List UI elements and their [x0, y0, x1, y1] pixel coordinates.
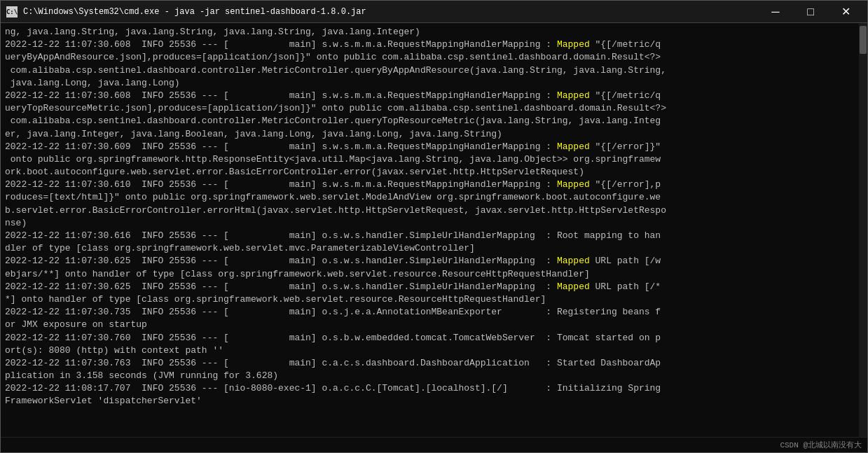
log-line: 2022-12-22 11:07:30.625 INFO 25536 --- [… — [5, 281, 863, 293]
title-bar: C:\ C:\Windows\System32\cmd.exe - java -… — [1, 1, 867, 23]
log-line: er, java.lang.Integer, java.lang.Boolean… — [5, 128, 863, 141]
console-area: ng, java.lang.String, java.lang.String, … — [1, 23, 867, 437]
minimize-button[interactable]: ─ — [759, 2, 792, 22]
log-line: dler of type [class org.springframework.… — [5, 242, 863, 255]
cmd-icon: C:\ — [6, 6, 18, 18]
log-line: 2022-12-22 11:07:30.760 INFO 25536 --- [… — [5, 332, 863, 344]
log-line: onto public org.springframework.http.Res… — [5, 153, 863, 166]
log-line: com.alibaba.csp.sentinel.dashboard.contr… — [5, 115, 863, 127]
close-button[interactable]: ✕ — [829, 2, 862, 22]
window-title: C:\Windows\System32\cmd.exe - java -jar … — [23, 7, 366, 17]
log-line: roduces=[text/html]}" onto public org.sp… — [5, 191, 863, 204]
log-line: 2022-12-22 11:07:30.625 INFO 25536 --- [… — [5, 255, 863, 267]
log-line: b.servlet.error.BasicErrorController.err… — [5, 204, 863, 217]
log-line: ueryByAppAndResource.json],produces=[app… — [5, 51, 863, 64]
log-line: 2022-12-22 11:07:30.763 INFO 25536 --- [… — [5, 357, 863, 370]
log-line: 2022-12-22 11:07:30.608 INFO 25536 --- [… — [5, 39, 863, 51]
maximize-button[interactable]: □ — [794, 2, 827, 22]
log-line: 2022-12-22 11:07:30.610 INFO 25536 --- [… — [5, 179, 863, 191]
title-bar-left: C:\ C:\Windows\System32\cmd.exe - java -… — [6, 6, 366, 18]
watermark-text: CSDN @北城以南没有大 — [780, 440, 862, 450]
cmd-window: C:\ C:\Windows\System32\cmd.exe - java -… — [0, 0, 868, 453]
log-line: nse) — [5, 217, 863, 230]
log-line: ng, java.lang.String, java.lang.String, … — [5, 26, 863, 39]
window-controls: ─ □ ✕ — [759, 2, 862, 22]
bottom-bar: CSDN @北城以南没有大 — [1, 437, 867, 452]
log-line: plication in 3.158 seconds (JVM running … — [5, 370, 863, 382]
log-line: 2022-12-22 11:07:30.735 INFO 25536 --- [… — [5, 306, 863, 319]
scrollbar-thumb[interactable] — [860, 26, 867, 54]
log-line: ork.boot.autoconfigure.web.servlet.error… — [5, 166, 863, 179]
log-line: ebjars/**] onto handler of type [class o… — [5, 268, 863, 281]
log-line: 2022-12-22 11:08:17.707 INFO 25536 --- [… — [5, 382, 863, 395]
log-line: ueryTopResourceMetric.json],produces=[ap… — [5, 102, 863, 115]
log-line: FrameworkServlet 'dispatcherServlet' — [5, 395, 863, 407]
log-line: java.lang.Long, java.lang.Long) — [5, 77, 863, 90]
log-line: ort(s): 8080 (http) with context path '' — [5, 344, 863, 357]
log-line: or JMX exposure on startup — [5, 319, 863, 331]
console-output: ng, java.lang.String, java.lang.String, … — [5, 26, 863, 434]
log-line: *] onto handler of type [class org.sprin… — [5, 293, 863, 306]
log-line: 2022-12-22 11:07:30.609 INFO 25536 --- [… — [5, 141, 863, 153]
log-line: com.alibaba.csp.sentinel.dashboard.contr… — [5, 64, 863, 77]
log-line: 2022-12-22 11:07:30.616 INFO 25536 --- [… — [5, 230, 863, 242]
scrollbar[interactable] — [859, 23, 867, 437]
log-line: 2022-12-22 11:07:30.608 INFO 25536 --- [… — [5, 90, 863, 102]
